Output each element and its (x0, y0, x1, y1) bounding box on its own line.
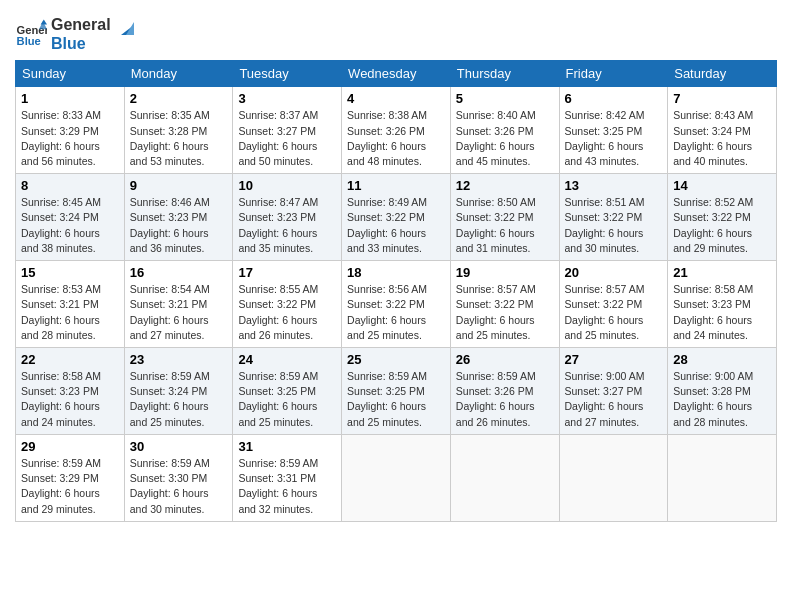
calendar-cell: 6 Sunrise: 8:42 AM Sunset: 3:25 PM Dayli… (559, 87, 668, 174)
logo: General Blue General Blue (15, 16, 134, 52)
day-number: 14 (673, 178, 771, 193)
day-info: Sunrise: 9:00 AM Sunset: 3:28 PM Dayligh… (673, 369, 771, 430)
day-number: 20 (565, 265, 663, 280)
day-info: Sunrise: 8:43 AM Sunset: 3:24 PM Dayligh… (673, 108, 771, 169)
calendar-cell (450, 434, 559, 521)
logo-text-blue: Blue (51, 35, 134, 53)
logo-icon: General Blue (15, 18, 47, 50)
calendar-cell: 27 Sunrise: 9:00 AM Sunset: 3:27 PM Dayl… (559, 347, 668, 434)
weekday-header-saturday: Saturday (668, 61, 777, 87)
header: General Blue General Blue (15, 10, 777, 52)
day-number: 17 (238, 265, 336, 280)
day-info: Sunrise: 8:42 AM Sunset: 3:25 PM Dayligh… (565, 108, 663, 169)
day-info: Sunrise: 8:46 AM Sunset: 3:23 PM Dayligh… (130, 195, 228, 256)
weekday-header-monday: Monday (124, 61, 233, 87)
day-number: 10 (238, 178, 336, 193)
day-info: Sunrise: 8:38 AM Sunset: 3:26 PM Dayligh… (347, 108, 445, 169)
day-info: Sunrise: 8:59 AM Sunset: 3:30 PM Dayligh… (130, 456, 228, 517)
calendar-table: SundayMondayTuesdayWednesdayThursdayFrid… (15, 60, 777, 521)
calendar-cell: 30 Sunrise: 8:59 AM Sunset: 3:30 PM Dayl… (124, 434, 233, 521)
calendar-cell: 3 Sunrise: 8:37 AM Sunset: 3:27 PM Dayli… (233, 87, 342, 174)
day-number: 8 (21, 178, 119, 193)
day-number: 6 (565, 91, 663, 106)
calendar-cell: 4 Sunrise: 8:38 AM Sunset: 3:26 PM Dayli… (342, 87, 451, 174)
day-info: Sunrise: 8:33 AM Sunset: 3:29 PM Dayligh… (21, 108, 119, 169)
calendar-cell: 28 Sunrise: 9:00 AM Sunset: 3:28 PM Dayl… (668, 347, 777, 434)
day-info: Sunrise: 9:00 AM Sunset: 3:27 PM Dayligh… (565, 369, 663, 430)
day-info: Sunrise: 8:49 AM Sunset: 3:22 PM Dayligh… (347, 195, 445, 256)
day-number: 15 (21, 265, 119, 280)
calendar-cell: 21 Sunrise: 8:58 AM Sunset: 3:23 PM Dayl… (668, 261, 777, 348)
day-info: Sunrise: 8:37 AM Sunset: 3:27 PM Dayligh… (238, 108, 336, 169)
day-number: 25 (347, 352, 445, 367)
svg-text:Blue: Blue (17, 35, 41, 47)
calendar-cell: 29 Sunrise: 8:59 AM Sunset: 3:29 PM Dayl… (16, 434, 125, 521)
weekday-header-tuesday: Tuesday (233, 61, 342, 87)
calendar-cell: 9 Sunrise: 8:46 AM Sunset: 3:23 PM Dayli… (124, 174, 233, 261)
day-number: 27 (565, 352, 663, 367)
calendar-cell: 20 Sunrise: 8:57 AM Sunset: 3:22 PM Dayl… (559, 261, 668, 348)
day-number: 28 (673, 352, 771, 367)
day-number: 24 (238, 352, 336, 367)
day-info: Sunrise: 8:54 AM Sunset: 3:21 PM Dayligh… (130, 282, 228, 343)
weekday-header-friday: Friday (559, 61, 668, 87)
calendar-cell: 23 Sunrise: 8:59 AM Sunset: 3:24 PM Dayl… (124, 347, 233, 434)
calendar-week-5: 29 Sunrise: 8:59 AM Sunset: 3:29 PM Dayl… (16, 434, 777, 521)
day-number: 2 (130, 91, 228, 106)
day-info: Sunrise: 8:59 AM Sunset: 3:26 PM Dayligh… (456, 369, 554, 430)
calendar-week-2: 8 Sunrise: 8:45 AM Sunset: 3:24 PM Dayli… (16, 174, 777, 261)
calendar-week-4: 22 Sunrise: 8:58 AM Sunset: 3:23 PM Dayl… (16, 347, 777, 434)
calendar-cell: 25 Sunrise: 8:59 AM Sunset: 3:25 PM Dayl… (342, 347, 451, 434)
calendar-cell (559, 434, 668, 521)
day-number: 1 (21, 91, 119, 106)
calendar-cell: 18 Sunrise: 8:56 AM Sunset: 3:22 PM Dayl… (342, 261, 451, 348)
calendar-cell: 14 Sunrise: 8:52 AM Sunset: 3:22 PM Dayl… (668, 174, 777, 261)
calendar-cell: 7 Sunrise: 8:43 AM Sunset: 3:24 PM Dayli… (668, 87, 777, 174)
calendar-cell: 19 Sunrise: 8:57 AM Sunset: 3:22 PM Dayl… (450, 261, 559, 348)
logo-text-general: General (51, 16, 134, 35)
day-info: Sunrise: 8:40 AM Sunset: 3:26 PM Dayligh… (456, 108, 554, 169)
day-number: 30 (130, 439, 228, 454)
weekday-header-wednesday: Wednesday (342, 61, 451, 87)
day-info: Sunrise: 8:59 AM Sunset: 3:25 PM Dayligh… (238, 369, 336, 430)
day-number: 13 (565, 178, 663, 193)
calendar-cell: 8 Sunrise: 8:45 AM Sunset: 3:24 PM Dayli… (16, 174, 125, 261)
day-number: 22 (21, 352, 119, 367)
day-info: Sunrise: 8:59 AM Sunset: 3:29 PM Dayligh… (21, 456, 119, 517)
day-info: Sunrise: 8:53 AM Sunset: 3:21 PM Dayligh… (21, 282, 119, 343)
day-number: 23 (130, 352, 228, 367)
calendar-cell: 2 Sunrise: 8:35 AM Sunset: 3:28 PM Dayli… (124, 87, 233, 174)
calendar-cell: 26 Sunrise: 8:59 AM Sunset: 3:26 PM Dayl… (450, 347, 559, 434)
day-info: Sunrise: 8:57 AM Sunset: 3:22 PM Dayligh… (565, 282, 663, 343)
day-info: Sunrise: 8:52 AM Sunset: 3:22 PM Dayligh… (673, 195, 771, 256)
calendar-week-3: 15 Sunrise: 8:53 AM Sunset: 3:21 PM Dayl… (16, 261, 777, 348)
calendar-cell: 31 Sunrise: 8:59 AM Sunset: 3:31 PM Dayl… (233, 434, 342, 521)
day-info: Sunrise: 8:50 AM Sunset: 3:22 PM Dayligh… (456, 195, 554, 256)
weekday-header-thursday: Thursday (450, 61, 559, 87)
day-number: 19 (456, 265, 554, 280)
day-number: 18 (347, 265, 445, 280)
weekday-header-sunday: Sunday (16, 61, 125, 87)
day-info: Sunrise: 8:59 AM Sunset: 3:25 PM Dayligh… (347, 369, 445, 430)
day-number: 4 (347, 91, 445, 106)
day-number: 3 (238, 91, 336, 106)
calendar-cell: 22 Sunrise: 8:58 AM Sunset: 3:23 PM Dayl… (16, 347, 125, 434)
day-info: Sunrise: 8:56 AM Sunset: 3:22 PM Dayligh… (347, 282, 445, 343)
day-info: Sunrise: 8:47 AM Sunset: 3:23 PM Dayligh… (238, 195, 336, 256)
day-info: Sunrise: 8:45 AM Sunset: 3:24 PM Dayligh… (21, 195, 119, 256)
calendar-cell (668, 434, 777, 521)
day-number: 26 (456, 352, 554, 367)
day-number: 9 (130, 178, 228, 193)
day-number: 31 (238, 439, 336, 454)
day-number: 7 (673, 91, 771, 106)
day-info: Sunrise: 8:58 AM Sunset: 3:23 PM Dayligh… (673, 282, 771, 343)
day-info: Sunrise: 8:57 AM Sunset: 3:22 PM Dayligh… (456, 282, 554, 343)
day-number: 21 (673, 265, 771, 280)
calendar-cell: 5 Sunrise: 8:40 AM Sunset: 3:26 PM Dayli… (450, 87, 559, 174)
day-info: Sunrise: 8:51 AM Sunset: 3:22 PM Dayligh… (565, 195, 663, 256)
calendar-cell: 1 Sunrise: 8:33 AM Sunset: 3:29 PM Dayli… (16, 87, 125, 174)
day-info: Sunrise: 8:55 AM Sunset: 3:22 PM Dayligh… (238, 282, 336, 343)
day-info: Sunrise: 8:59 AM Sunset: 3:31 PM Dayligh… (238, 456, 336, 517)
day-info: Sunrise: 8:35 AM Sunset: 3:28 PM Dayligh… (130, 108, 228, 169)
day-number: 29 (21, 439, 119, 454)
